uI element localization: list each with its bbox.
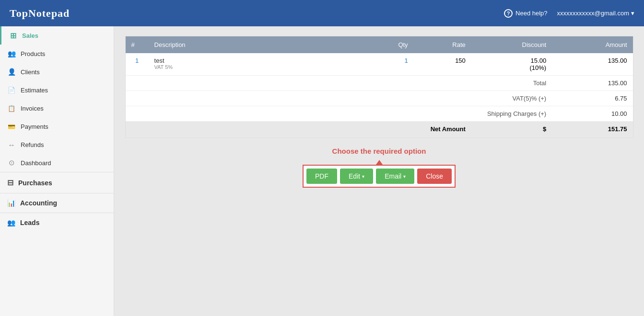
vat-value: 6.75 bbox=[552, 91, 632, 106]
content-area: # Description Qty Rate Discount Amount 1… bbox=[114, 26, 644, 316]
choose-text: Choose the required option bbox=[332, 147, 426, 155]
net-currency: $ bbox=[471, 122, 552, 137]
chevron-down-icon: ▾ bbox=[631, 10, 634, 17]
col-amount: Amount bbox=[552, 36, 632, 53]
sidebar-item-sales[interactable]: Sales bbox=[1, 26, 114, 45]
clients-icon bbox=[7, 68, 16, 76]
shipping-label: Shipping Charges (+) bbox=[471, 106, 552, 122]
sidebar-label-refunds: Refunds bbox=[21, 141, 44, 148]
action-buttons-group: PDF Edit ▾ Email ▾ Close bbox=[303, 165, 456, 188]
row-qty: 1 bbox=[367, 53, 413, 76]
header-right: ? Need help? xxxxxxxxxxxx@gmail.com ▾ bbox=[504, 9, 634, 18]
col-description: Description bbox=[149, 36, 368, 53]
leads-label: Leads bbox=[20, 219, 39, 226]
net-value: 151.75 bbox=[552, 122, 632, 137]
app-header: TopNotepad ? Need help? xxxxxxxxxxxx@gma… bbox=[0, 0, 644, 26]
sidebar-item-clients[interactable]: Clients bbox=[0, 63, 114, 81]
sidebar-item-dashboard[interactable]: Dashboard bbox=[0, 154, 114, 172]
row-description: test VAT 5% bbox=[149, 53, 368, 76]
total-label: Total bbox=[471, 76, 552, 91]
summary-total-row: Total 135.00 bbox=[126, 76, 633, 91]
layers-icon bbox=[9, 31, 17, 40]
net-label: Net Amount bbox=[414, 122, 471, 137]
summary-shipping-row: Shipping Charges (+) 10.00 bbox=[126, 106, 633, 122]
close-button[interactable]: Close bbox=[417, 169, 452, 184]
pdf-button[interactable]: PDF bbox=[306, 169, 337, 184]
vat-label: VAT(5)% (+) bbox=[471, 91, 552, 106]
purchases-icon bbox=[7, 178, 13, 187]
row-rate: 150 bbox=[414, 53, 471, 76]
sidebar-label-products: Products bbox=[21, 50, 45, 57]
purchases-label: Purchases bbox=[18, 179, 52, 187]
row-amount: 135.00 bbox=[552, 53, 632, 76]
payments-icon bbox=[7, 122, 16, 131]
sidebar-group-purchases[interactable]: Purchases bbox=[0, 172, 114, 193]
table-row: 1 test VAT 5% 1 150 15.00 (10%) 135.00 bbox=[126, 53, 633, 76]
user-menu[interactable]: xxxxxxxxxxxx@gmail.com ▾ bbox=[557, 10, 634, 17]
summary-net-row: Net Amount $ 151.75 bbox=[126, 122, 633, 137]
sidebar-item-refunds[interactable]: Refunds bbox=[0, 135, 114, 154]
sidebar-item-payments[interactable]: Payments bbox=[0, 117, 114, 135]
edit-chevron-icon: ▾ bbox=[362, 174, 364, 179]
products-icon bbox=[7, 49, 16, 58]
col-qty: Qty bbox=[367, 36, 413, 53]
help-label: Need help? bbox=[515, 10, 548, 17]
accounting-label: Accounting bbox=[20, 199, 57, 207]
main-layout: Sales Products Clients Estimates Invoice… bbox=[0, 26, 644, 316]
help-link[interactable]: ? Need help? bbox=[504, 9, 548, 18]
accounting-icon bbox=[7, 199, 15, 207]
edit-button[interactable]: Edit ▾ bbox=[340, 169, 373, 184]
row-discount: 15.00 (10%) bbox=[471, 53, 552, 76]
shipping-value: 10.00 bbox=[552, 106, 632, 122]
refunds-icon bbox=[7, 140, 16, 149]
sidebar-group-accounting[interactable]: Accounting bbox=[0, 193, 114, 213]
app-logo: TopNotepad bbox=[10, 7, 70, 20]
sidebar-item-products[interactable]: Products bbox=[0, 45, 114, 63]
col-hash: # bbox=[126, 36, 149, 53]
email-chevron-icon: ▾ bbox=[403, 174, 406, 179]
email-button[interactable]: Email ▾ bbox=[376, 169, 414, 184]
sidebar-section-sales: Sales bbox=[0, 26, 114, 45]
invoices-icon bbox=[7, 104, 16, 113]
help-icon: ? bbox=[504, 9, 513, 18]
sidebar-label-invoices: Invoices bbox=[21, 105, 44, 112]
sidebar-label-payments: Payments bbox=[21, 123, 48, 130]
sales-label: Sales bbox=[22, 32, 38, 39]
invoice-table: # Description Qty Rate Discount Amount 1… bbox=[126, 36, 633, 137]
sidebar-label-clients: Clients bbox=[21, 68, 40, 76]
col-rate: Rate bbox=[414, 36, 471, 53]
sidebar: Sales Products Clients Estimates Invoice… bbox=[0, 26, 114, 316]
summary-vat-row: VAT(5)% (+) 6.75 bbox=[126, 91, 633, 106]
sidebar-item-estimates[interactable]: Estimates bbox=[0, 81, 114, 99]
total-value: 135.00 bbox=[552, 76, 632, 91]
col-discount: Discount bbox=[471, 36, 552, 53]
estimates-icon bbox=[7, 86, 16, 94]
action-area: Choose the required option PDF Edit ▾ Em… bbox=[125, 147, 633, 188]
invoice-card: # Description Qty Rate Discount Amount 1… bbox=[125, 36, 633, 137]
leads-icon bbox=[7, 219, 15, 226]
sidebar-label-estimates: Estimates bbox=[21, 87, 48, 94]
sidebar-item-invoices[interactable]: Invoices bbox=[0, 99, 114, 117]
sidebar-label-dashboard: Dashboard bbox=[21, 159, 51, 167]
row-num: 1 bbox=[126, 53, 149, 76]
sidebar-group-leads[interactable]: Leads bbox=[0, 213, 114, 232]
user-email: xxxxxxxxxxxx@gmail.com bbox=[557, 10, 629, 17]
dashboard-icon bbox=[7, 158, 16, 167]
